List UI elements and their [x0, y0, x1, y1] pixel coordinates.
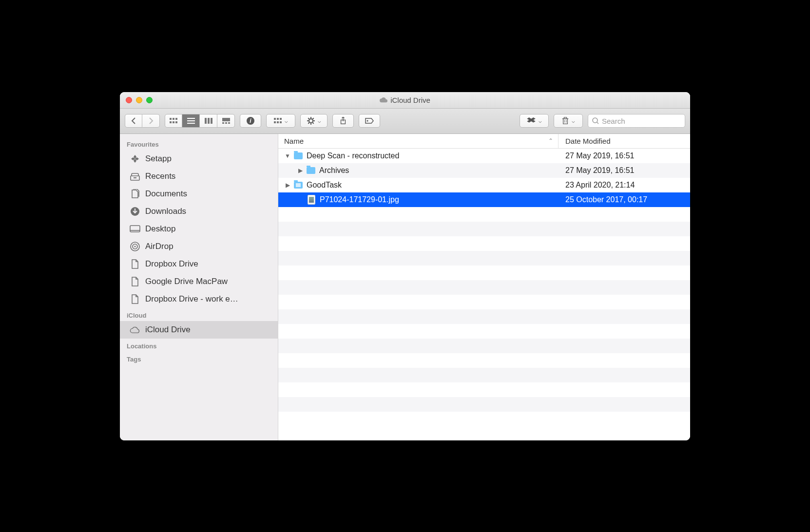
svg-rect-55 [296, 183, 301, 187]
cleanmymac-toolbar-button[interactable]: ⌵ [554, 114, 583, 128]
file-date-label: 25 October 2017, 00:17 [559, 195, 690, 204]
svg-point-41 [593, 118, 598, 123]
svg-rect-18 [274, 118, 276, 120]
svg-rect-20 [280, 118, 282, 120]
titlebar: iCloud Drive [120, 92, 690, 109]
close-window-button[interactable] [126, 97, 132, 103]
svg-point-35 [367, 120, 368, 122]
search-placeholder: Search [602, 117, 625, 125]
svg-rect-21 [274, 121, 276, 123]
file-list: ▼Deep Scan - reconstructed27 May 2019, 1… [278, 149, 690, 440]
share-button[interactable] [332, 114, 354, 128]
list-view-button[interactable] [182, 114, 200, 128]
svg-rect-7 [187, 120, 195, 121]
downloads-icon [130, 206, 140, 217]
content: Name ⌃ Date Modified ▼Deep Scan - recons… [278, 134, 690, 440]
file-icon [130, 276, 140, 287]
svg-rect-15 [228, 122, 230, 124]
action-button[interactable]: ⌵ [300, 114, 328, 128]
forward-button[interactable] [142, 114, 160, 128]
tags-button[interactable] [359, 114, 380, 128]
sidebar-item-label: Recents [145, 171, 175, 181]
column-header-date-label: Date Modified [565, 137, 611, 145]
sidebar-item-label: Setapp [145, 154, 172, 164]
sidebar-item-label: Documents [145, 189, 187, 199]
file-row[interactable]: ▶GoodTask23 April 2020, 21:14 [278, 178, 690, 192]
sidebar-item-google-drive-macpaw[interactable]: Google Drive MacPaw [120, 273, 278, 290]
sidebar-item-desktop[interactable]: Desktop [120, 220, 278, 238]
dropbox-toolbar-button[interactable]: ⌵ [520, 114, 549, 128]
disclosure-triangle-icon[interactable]: ▼ [284, 152, 291, 159]
empty-row [278, 251, 690, 266]
traffic-lights [120, 97, 153, 103]
disclosure-triangle-icon[interactable]: ▶ [284, 182, 291, 189]
svg-rect-12 [222, 118, 230, 121]
sidebar-item-documents[interactable]: Documents [120, 185, 278, 203]
sidebar-section-header[interactable]: iCloud [120, 308, 278, 321]
svg-line-29 [308, 118, 309, 119]
sidebar: FavouritesSetappRecentsDocumentsDownload… [120, 134, 278, 440]
recents-icon [130, 171, 140, 182]
sidebar-item-setapp[interactable]: Setapp [120, 150, 278, 168]
empty-row [278, 266, 690, 280]
empty-row [278, 207, 690, 222]
file-row[interactable]: P71024-171729-01.jpg25 October 2017, 00:… [278, 192, 690, 207]
empty-row [278, 222, 690, 236]
back-button[interactable] [125, 114, 142, 128]
column-header-name[interactable]: Name ⌃ [278, 134, 559, 148]
svg-rect-19 [277, 118, 279, 120]
sidebar-section-header[interactable]: Favourites [120, 137, 278, 150]
sidebar-section-header[interactable]: Tags [120, 352, 278, 365]
info-button[interactable]: i [240, 114, 261, 128]
sidebar-item-label: Dropbox Drive - work e… [145, 294, 238, 304]
file-row[interactable]: ▼Deep Scan - reconstructed27 May 2019, 1… [278, 149, 690, 163]
finder-window: iCloud Drive i ⌵ [120, 92, 690, 440]
sidebar-item-icloud-drive[interactable]: iCloud Drive [120, 321, 278, 339]
image-file-icon [308, 195, 315, 205]
search-field[interactable]: Search [588, 114, 685, 128]
disclosure-triangle-icon[interactable]: ▶ [297, 167, 304, 174]
folder-icon [294, 152, 303, 159]
svg-rect-8 [187, 123, 195, 124]
svg-rect-22 [277, 121, 279, 123]
sort-indicator-icon: ⌃ [548, 137, 553, 144]
gallery-view-button[interactable] [217, 114, 235, 128]
empty-row [278, 368, 690, 382]
window-title-text: iCloud Drive [390, 96, 430, 104]
file-name-label: Archives [319, 166, 349, 175]
file-row[interactable]: ▶Archives27 May 2019, 16:51 [278, 163, 690, 178]
search-icon [592, 117, 599, 124]
group-button[interactable]: ⌵ [266, 114, 295, 128]
svg-rect-36 [563, 119, 567, 124]
empty-row [278, 324, 690, 339]
file-name-label: Deep Scan - reconstructed [307, 152, 399, 160]
svg-line-31 [308, 123, 309, 124]
column-header-date[interactable]: Date Modified [559, 134, 690, 148]
sidebar-item-dropbox-drive[interactable]: Dropbox Drive [120, 255, 278, 273]
sidebar-item-label: iCloud Drive [145, 325, 191, 335]
minimize-window-button[interactable] [136, 97, 142, 103]
empty-row [278, 382, 690, 397]
view-mode-buttons [165, 114, 235, 128]
sidebar-item-downloads[interactable]: Downloads [120, 203, 278, 220]
file-row-name: P71024-171729-01.jpg [278, 195, 559, 205]
sidebar-item-label: AirDrop [145, 242, 174, 251]
sidebar-item-airdrop[interactable]: AirDrop [120, 238, 278, 255]
cloud-icon [130, 324, 140, 335]
fullscreen-window-button[interactable] [146, 97, 153, 103]
body: FavouritesSetappRecentsDocumentsDownload… [120, 134, 690, 440]
folder-icon [307, 167, 315, 174]
sidebar-item-dropbox-drive-work-e-[interactable]: Dropbox Drive - work e… [120, 290, 278, 308]
sidebar-section-header[interactable]: Locations [120, 339, 278, 352]
setapp-icon [130, 153, 140, 164]
icon-view-button[interactable] [165, 114, 182, 128]
svg-line-42 [597, 122, 598, 124]
file-icon [130, 294, 140, 304]
column-header-name-label: Name [284, 137, 304, 145]
desktop-icon [130, 224, 140, 234]
dropbox-icon [527, 117, 536, 124]
svg-rect-2 [175, 118, 177, 120]
column-view-button[interactable] [200, 114, 217, 128]
svg-line-30 [312, 123, 313, 124]
sidebar-item-recents[interactable]: Recents [120, 168, 278, 185]
